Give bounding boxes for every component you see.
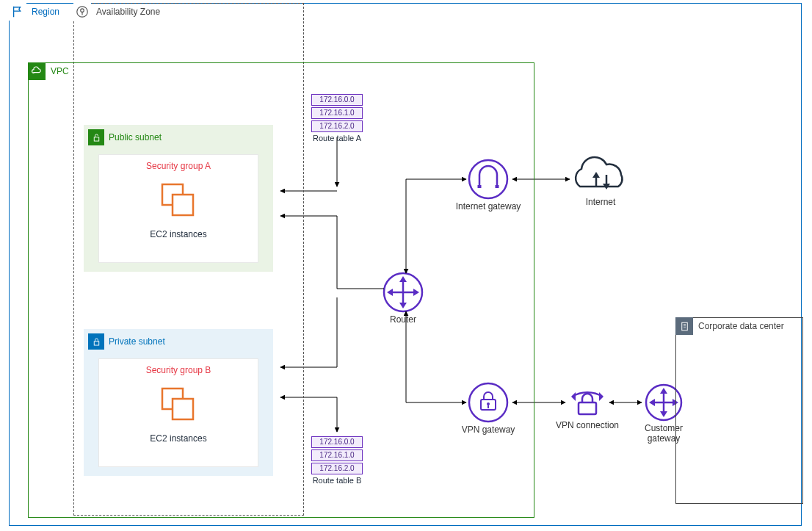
az-pin-icon xyxy=(73,3,91,21)
region-flag-icon xyxy=(9,3,26,21)
public-subnet-label: Public subnet xyxy=(109,132,162,142)
corporate-dc-label: Corporate data center xyxy=(698,321,784,331)
svg-rect-30 xyxy=(681,322,687,330)
corporate-dc-container: Corporate data center xyxy=(675,317,803,504)
availability-zone-label: Availability Zone xyxy=(96,7,160,17)
internet-gateway-label: Internet gateway xyxy=(452,201,525,212)
route-table-b-row: 172.16.0.0 xyxy=(311,436,363,448)
vpc-cloud-icon xyxy=(28,62,46,80)
route-table-a-row: 172.16.1.0 xyxy=(311,107,363,119)
svg-rect-34 xyxy=(94,137,99,140)
customer-gateway-label: Customer gateway xyxy=(627,423,700,444)
svg-rect-37 xyxy=(94,341,99,344)
public-subnet-container: Public subnet Security group A EC2 insta… xyxy=(84,125,273,272)
router-label: Router xyxy=(366,314,440,325)
ec2-icon xyxy=(99,384,258,427)
private-subnet-label: Private subnet xyxy=(109,336,165,347)
route-table-a-label: Route table A xyxy=(311,134,363,142)
region-label: Region xyxy=(32,7,59,17)
ec2-icon xyxy=(99,180,258,223)
svg-rect-36 xyxy=(173,195,193,215)
route-table-b-row: 172.16.2.0 xyxy=(311,463,363,474)
public-subnet-lock-icon xyxy=(88,129,104,145)
vpn-gateway-label: VPN gateway xyxy=(452,425,525,435)
route-table-b-row: 172.16.1.0 xyxy=(311,449,363,461)
private-subnet-lock-icon xyxy=(88,333,104,350)
private-subnet-container: Private subnet Security group B EC2 inst… xyxy=(84,329,273,476)
vpc-label: VPC xyxy=(51,66,69,76)
security-group-a-label: Security group A xyxy=(99,161,258,171)
route-table-a-row: 172.16.0.0 xyxy=(311,94,363,106)
route-table-b: 172.16.0.0 172.16.1.0 172.16.2.0 Route t… xyxy=(311,436,363,485)
security-group-a-box: Security group A EC2 instances xyxy=(98,154,258,263)
route-table-b-label: Route table B xyxy=(311,476,363,485)
security-group-b-label: Security group B xyxy=(99,365,258,375)
svg-rect-39 xyxy=(173,399,193,419)
route-table-a: 172.16.0.0 172.16.1.0 172.16.2.0 Route t… xyxy=(311,94,363,142)
security-group-b-box: Security group B EC2 instances xyxy=(98,358,258,467)
svg-point-29 xyxy=(81,9,84,12)
ec2-instances-label-a: EC2 instances xyxy=(99,229,258,239)
route-table-a-row: 172.16.2.0 xyxy=(311,120,363,132)
ec2-instances-label-b: EC2 instances xyxy=(99,433,258,444)
vpn-connection-label: VPN connection xyxy=(551,420,624,430)
internet-label: Internet xyxy=(564,197,637,207)
building-icon xyxy=(675,317,693,335)
